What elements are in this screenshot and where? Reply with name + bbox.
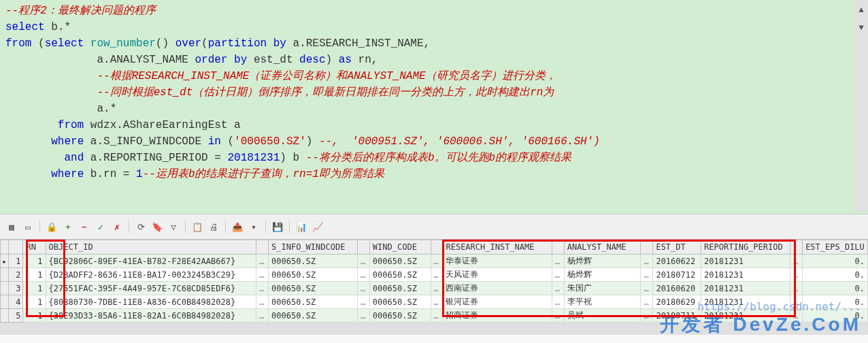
print-icon[interactable]: 🖨 <box>207 220 220 233</box>
col-sinfo[interactable]: S_INFO_WINDCODE <box>269 240 358 255</box>
cell-windcode: 000650.SZ <box>369 309 431 323</box>
code-line-2: select b.* <box>5 19 863 35</box>
cell-reporting: 20181231 <box>701 282 790 295</box>
cell-sinfo: 000650.SZ <box>269 268 358 282</box>
table-row[interactable]: 21{D2BADFF2-8636-11E8-BA17-0023245B3C29}… <box>1 268 868 282</box>
code-line-1: --程序2：最终解决问题的程序 <box>5 3 863 19</box>
cell-eps: 0. <box>803 268 868 282</box>
cell-eps: 0. <box>803 255 868 268</box>
cell-rn: 1 <box>23 309 46 323</box>
add-icon[interactable]: + <box>62 220 74 233</box>
row-number: 4 <box>9 295 23 309</box>
cell-reporting: 20181231 <box>701 268 790 282</box>
cell-research-inst: 天风证券 <box>443 268 552 282</box>
code-line-9: where a.S_INFO_WINDCODE in ('000650.SZ')… <box>5 133 863 150</box>
cell-windcode: 000650.SZ <box>369 282 431 295</box>
cell-rn: 1 <box>23 268 46 282</box>
cell-research-inst: 银河证券 <box>443 295 552 309</box>
cell-windcode: 000650.SZ <box>369 255 431 268</box>
code-line-7: a.* <box>5 101 863 117</box>
results-toolbar: ▦ ▭ 🔒 + − ✓ ✗ ⟳ 🔖 ▽ 📋 🖨 📤 ▾ 💾 📊 📈 <box>0 214 868 240</box>
cell-research-inst: 华泰证券 <box>443 255 552 268</box>
table-row[interactable]: ▸11{BC92806C-89EF-41EA-B782-F28E42AAB667… <box>1 255 868 268</box>
cell-estdt: 20160622 <box>653 255 701 268</box>
cell-estdt: 20180629 <box>653 295 701 309</box>
page-nav-icon[interactable]: ▽ <box>167 220 180 233</box>
code-line-5: --根据RESEARCH_INST_NAME（证券公司名称）和ANALYST_N… <box>5 68 863 84</box>
cell-reporting: 20181231 <box>701 295 790 309</box>
cell-research-inst: 招商证券 <box>443 309 552 323</box>
col-objectid[interactable]: OBJECT_ID <box>46 240 256 255</box>
chart-icon[interactable]: 📊 <box>295 220 307 233</box>
header-row: RN OBJECT_ID S_INFO_WINDCODE WIND_CODE R… <box>1 240 868 255</box>
col-windcode[interactable]: WIND_CODE <box>369 240 431 255</box>
code-line-10: and a.REPORTING_PERIOD = 20181231) b --将… <box>5 150 863 166</box>
col-analyst[interactable]: ANALYST_NAME <box>564 240 641 255</box>
code-line-3: from (select row_number() over(partition… <box>5 35 863 52</box>
cell-analyst: 杨烨辉 <box>564 255 641 268</box>
code-line-6: --同时根据est_dt（估计日期）倒序排序，即最新日期排在同一分类的上方，此时… <box>5 84 863 101</box>
vertical-scrollbar[interactable]: ▲ ▼ <box>854 0 868 211</box>
table-row[interactable]: 41{80880730-7DBE-11E8-A836-6C0B84982028}… <box>1 295 868 309</box>
col-eps[interactable]: EST_EPS_DILU <box>803 240 868 255</box>
code-line-8: from wdzx.AShareEarningEst a <box>5 117 863 133</box>
cell-windcode: 000650.SZ <box>369 268 431 282</box>
code-line-11: where b.rn = 1--运用表b的结果进行子查询，rn=1即为所需结果 <box>5 166 863 182</box>
cell-windcode: 000650.SZ <box>369 295 431 309</box>
cell-research-inst: 西南证券 <box>443 282 552 295</box>
cell-eps: 0. <box>803 282 868 295</box>
cell-rn: 1 <box>23 295 46 309</box>
single-row-icon[interactable]: ▭ <box>22 220 34 233</box>
results-grid[interactable]: RN OBJECT_ID S_INFO_WINDCODE WIND_CODE R… <box>0 240 868 323</box>
cell-objectid: {BC92806C-89EF-41EA-B782-F28E42AAB667} <box>46 255 256 268</box>
code-line-4: a.ANALYST_NAME order by est_dt desc) as … <box>5 52 863 68</box>
cell-rn: 1 <box>23 282 46 295</box>
col-reporting[interactable]: REPORTING_PERIOD <box>701 240 790 255</box>
cell-analyst: 杨烨辉 <box>564 268 641 282</box>
col-estdt[interactable]: EST_DT <box>653 240 701 255</box>
cell-eps: 0. <box>803 295 868 309</box>
refresh-icon[interactable]: ⟳ <box>135 220 147 233</box>
grid-icon[interactable]: ▦ <box>5 220 18 233</box>
chart2-icon[interactable]: 📈 <box>312 220 324 233</box>
row-number: 3 <box>9 282 23 295</box>
cell-reporting: 20181231 <box>701 255 790 268</box>
cell-sinfo: 000650.SZ <box>269 255 358 268</box>
row-number: 2 <box>9 268 23 282</box>
export-icon[interactable]: 📤 <box>231 220 244 233</box>
cell-rn: 1 <box>23 255 46 268</box>
cell-objectid: {80880730-7DBE-11E8-A836-6C0B84982028} <box>46 295 256 309</box>
cell-reporting: 20181231 <box>701 309 790 323</box>
col-rn[interactable]: RN <box>23 240 46 255</box>
remove-icon[interactable]: − <box>78 220 90 233</box>
cell-estdt: 20160620 <box>653 282 701 295</box>
cell-analyst: 李平祝 <box>564 295 641 309</box>
cell-objectid: {D2BADFF2-8636-11E8-BA17-0023245B3C29} <box>46 268 256 282</box>
bookmark-icon[interactable]: 🔖 <box>151 220 163 233</box>
table-row[interactable]: 51{38E93D33-85A6-11E8-82A1-6C0B84982028}… <box>1 309 868 323</box>
cell-sinfo: 000650.SZ <box>269 309 358 323</box>
export-menu-icon[interactable]: ▾ <box>248 220 260 233</box>
cell-estdt: 20180712 <box>653 268 701 282</box>
table-row[interactable]: 31{27551FAC-395F-4A49-957E-7C68CD85EDF6}… <box>1 282 868 295</box>
row-number: 1 <box>9 255 23 268</box>
cell-sinfo: 000650.SZ <box>269 282 358 295</box>
rollback-icon[interactable]: ✗ <box>111 220 123 233</box>
cell-analyst: 吴斌 <box>564 309 641 323</box>
save-icon[interactable]: 💾 <box>271 220 284 233</box>
copy-icon[interactable]: 📋 <box>191 220 203 233</box>
sql-editor[interactable]: --程序2：最终解决问题的程序 select b.* from (select … <box>0 0 868 214</box>
col-research-inst[interactable]: RESEARCH_INST_NAME <box>443 240 552 255</box>
cell-objectid: {38E93D33-85A6-11E8-82A1-6C0B84982028} <box>46 309 256 323</box>
cell-estdt: 20180711 <box>653 309 701 323</box>
scroll-up-icon[interactable]: ▲ <box>857 3 865 18</box>
lock-icon[interactable]: 🔒 <box>46 220 58 233</box>
row-number: 5 <box>9 309 23 323</box>
cell-sinfo: 000650.SZ <box>269 295 358 309</box>
commit-icon[interactable]: ✓ <box>95 220 107 233</box>
cell-analyst: 朱国广 <box>564 282 641 295</box>
scroll-down-icon[interactable]: ▼ <box>857 20 865 35</box>
cell-objectid: {27551FAC-395F-4A49-957E-7C68CD85EDF6} <box>46 282 256 295</box>
cell-eps: 0. <box>803 309 868 323</box>
